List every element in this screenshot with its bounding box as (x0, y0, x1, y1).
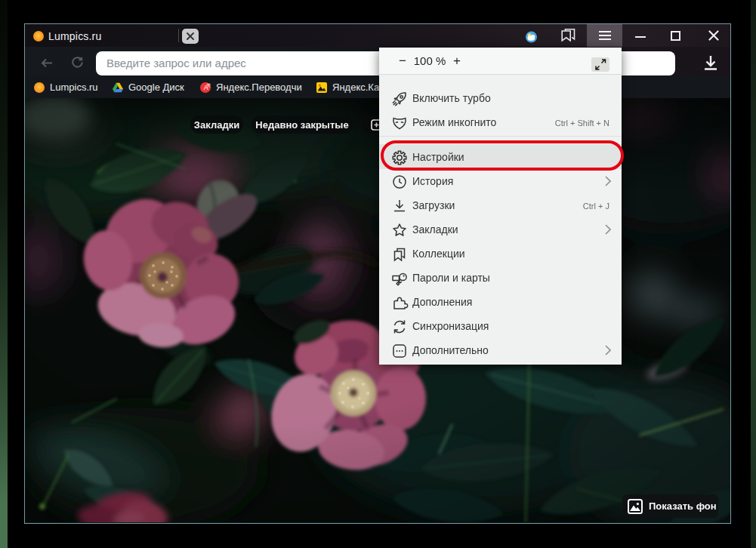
svg-text:英: 英 (207, 83, 211, 88)
